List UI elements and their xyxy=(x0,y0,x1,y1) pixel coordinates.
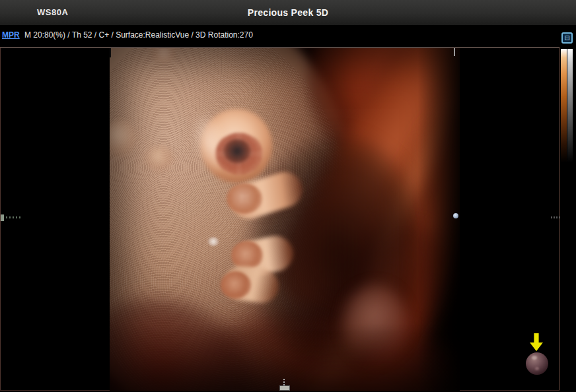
uterine-fold xyxy=(174,281,460,391)
mpr-mode-link[interactable]: MPR xyxy=(2,25,20,47)
embryo-face-shadow xyxy=(223,139,251,163)
ultrasound-3d-render[interactable] xyxy=(110,48,460,391)
top-left-extent-tick xyxy=(110,48,111,57)
embryo-foot xyxy=(221,271,251,299)
sphere-highlight xyxy=(535,367,539,370)
fold-highlight xyxy=(294,223,427,391)
embryo-face xyxy=(215,133,263,175)
gestational-sac-wall xyxy=(110,48,382,391)
render-settings-readout: M 20:80(%) / Th 52 / C+ / Surface:Realis… xyxy=(24,25,253,47)
page-title: Precious Peek 5D xyxy=(0,0,576,25)
embryo-body-shadow xyxy=(238,158,312,228)
soft-tissue-glow xyxy=(342,284,408,365)
sac-wall-texture xyxy=(110,48,375,391)
embryo-leg xyxy=(232,232,296,279)
left-edge-axis-dots xyxy=(6,216,20,218)
echogenic-spot xyxy=(207,237,219,246)
render-colormap-gray-bar xyxy=(567,49,573,162)
uterine-fold xyxy=(279,48,460,221)
fold-highlight xyxy=(347,78,460,290)
ultrasound-app-window: WS80A Precious Peek 5D MPR M 20:80(%) / … xyxy=(0,0,576,392)
left-edge-axis-marker xyxy=(1,214,4,221)
rotation-axis-handle[interactable] xyxy=(453,213,458,218)
uterine-fold xyxy=(258,48,460,330)
embryo-head xyxy=(201,109,272,183)
thumbnail-panel-icon[interactable]: ⊟ xyxy=(561,32,573,44)
amniotic-cavity-shadow xyxy=(248,134,427,372)
uterine-fold xyxy=(311,97,460,391)
title-bar: WS80A Precious Peek 5D xyxy=(0,0,576,25)
sac-wall-bump xyxy=(110,119,135,158)
lower-left-tissue xyxy=(110,272,277,391)
embryo-foot xyxy=(231,241,263,270)
right-edge-axis-dots xyxy=(551,216,561,218)
top-right-extent-tick xyxy=(454,48,455,56)
embryo-head-highlight xyxy=(186,110,236,178)
bottom-slider-handle[interactable] xyxy=(279,385,290,391)
render-colormap-tint-bar xyxy=(561,49,567,162)
status-bar: MPR M 20:80(%) / Th 52 / C+ / Surface:Re… xyxy=(0,25,576,47)
trackball-cursor-sphere[interactable] xyxy=(526,352,548,375)
embryo-leg xyxy=(223,264,281,306)
sac-wall-bump xyxy=(151,48,177,63)
embryo-arm xyxy=(227,167,306,223)
sac-wall-bump xyxy=(145,146,173,171)
embryo-hand xyxy=(227,183,262,214)
uterine-fold xyxy=(252,203,460,391)
sphere-highlight xyxy=(532,356,537,360)
